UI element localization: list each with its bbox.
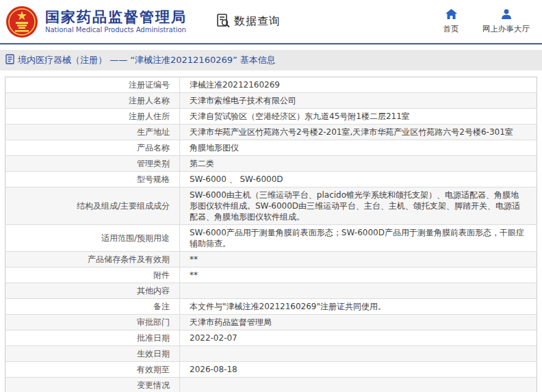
row-label: 生效日期 (137, 349, 170, 358)
row-label: 其他内容 (137, 286, 170, 296)
row-value: 天津市药品监督管理局 (190, 317, 272, 327)
table-row: 变更情况 (5, 378, 537, 392)
row-label-cell: 批准日期 (5, 330, 180, 346)
person-icon (501, 9, 512, 22)
row-value: ** (190, 270, 198, 280)
table-row: 附件** (5, 267, 537, 283)
row-value-cell: 津械注准20212160269 (180, 77, 537, 93)
row-label-cell: 备注 (5, 299, 180, 315)
row-value-cell: 2022-02-07 (180, 330, 537, 346)
row-label-cell: 有效期至 (5, 362, 180, 378)
page: 国家药品监督管理局 National Medical Products Admi… (0, 0, 542, 392)
row-value-cell (180, 346, 537, 362)
row-value-cell: 天津市索维电子技术有限公司 (180, 93, 537, 109)
row-value: 天津自贸试验区（空港经济区）东九道45号附1楼二层211室 (190, 112, 410, 121)
row-label-cell: 附件 (5, 267, 180, 283)
table-row: 审批部门天津市药品监督管理局 (5, 315, 537, 330)
table-row: 产品名称角膜地形图仪 (5, 140, 537, 156)
row-label: 结构及组成/主要组成成分 (77, 201, 170, 211)
row-value-cell: 本文件与"津械注准20212160269"注册证共同使用。 (180, 299, 537, 315)
nav-home[interactable]: 首页 (437, 9, 465, 34)
breadcrumb-text: 境内医疗器械（注册） —— “津械注准20212160269” 基本信息 (18, 54, 276, 66)
table-row: 注册证编号津械注准20212160269 (5, 77, 537, 93)
row-label-cell: 管理类别 (5, 156, 180, 172)
row-value-cell: SW-6000 、 SW-6000D (180, 172, 537, 187)
row-value: ** (190, 254, 198, 264)
row-value-cell: SW-6000产品用于测量角膜前表面形态；SW-6000D产品用于测量角膜前表面… (180, 225, 537, 252)
row-value: SW-6000由主机（三维运动平台、placido锥光学系统和颌托支架）、电源适… (190, 190, 520, 222)
registration-table: 注册证编号津械注准20212160269注册人名称天津市索维电子技术有限公司注册… (5, 77, 537, 392)
agency-subtitle: National Medical Products Administration (45, 25, 187, 35)
row-label: 变更情况 (137, 380, 170, 390)
row-value: SW-6000 、 SW-6000D (190, 174, 283, 184)
table-row: 生产地址天津市华苑产业区竹苑路六号2号楼2-201室,天津市华苑产业区竹苑路六号… (5, 125, 537, 140)
row-value-cell: 第二类 (180, 156, 537, 172)
row-value: SW-6000产品用于测量角膜前表面形态；SW-6000D产品用于测量角膜前表面… (190, 228, 524, 248)
row-value-cell: 天津市药品监督管理局 (180, 315, 537, 330)
table-row: 管理类别第二类 (5, 156, 537, 172)
row-label-cell: 注册人住所 (5, 109, 180, 125)
row-value-cell: SW-6000由主机（三维运动平台、placido锥光学系统和颌托支架）、电源适… (180, 187, 537, 225)
table-row: 注册人名称天津市索维电子技术有限公司 (5, 93, 537, 109)
table-row: 注册人住所天津自贸试验区（空港经济区）东九道45号附1楼二层211室 (5, 109, 537, 125)
row-label-cell: 结构及组成/主要组成成分 (5, 187, 180, 225)
agency-title-block: 国家药品监督管理局 National Medical Products Admi… (45, 9, 187, 35)
row-label: 审批部门 (137, 317, 170, 327)
data-query-section[interactable]: 数据查询 (216, 13, 281, 31)
data-query-label: 数据查询 (234, 14, 281, 29)
doc-search-icon (216, 13, 231, 31)
row-label: 注册人名称 (129, 96, 170, 105)
table-row: 结构及组成/主要组成成分SW-6000由主机（三维运动平台、placido锥光学… (5, 187, 537, 225)
agency-title: 国家药品监督管理局 (45, 9, 187, 25)
row-value: 角膜地形图仪 (190, 143, 239, 153)
row-label-cell: 型号规格 (5, 172, 180, 187)
row-label-cell: 产品名称 (5, 140, 180, 156)
table-row: 型号规格SW-6000 、 SW-6000D (5, 172, 537, 187)
row-value-cell: ** (180, 252, 537, 267)
row-value-cell: ** (180, 267, 537, 283)
row-label: 注册人住所 (129, 112, 170, 121)
row-label: 型号规格 (137, 174, 170, 184)
row-value: 津械注准20212160269 (190, 80, 280, 90)
row-value: 天津市华苑产业区竹苑路六号2号楼2-201室,天津市华苑产业区竹苑路六号2号楼6… (190, 127, 513, 137)
row-value-cell: 2026-08-18 (180, 362, 537, 378)
table-row: 备注本文件与"津械注准20212160269"注册证共同使用。 (5, 299, 537, 315)
header-nav: 首页 网上办事大厅 (437, 9, 542, 34)
row-label: 有效期至 (137, 365, 170, 374)
home-icon (446, 9, 457, 22)
row-label-cell: 产品储存条件及有效期 (5, 252, 180, 267)
table-row: 批准日期2022-02-07 (5, 330, 537, 346)
site-header: 国家药品监督管理局 National Medical Products Admi… (0, 0, 542, 44)
row-label-cell: 适用范围/预期用途 (5, 225, 180, 252)
row-label: 适用范围/预期用途 (101, 233, 170, 243)
row-label: 附件 (153, 270, 170, 280)
row-label: 备注 (153, 302, 170, 311)
table-row: 其他内容 (5, 283, 537, 299)
row-label: 批准日期 (137, 333, 170, 343)
breadcrumb: 境内医疗器械（注册） —— “津械注准20212160269” 基本信息 (0, 50, 542, 70)
row-value: 第二类 (190, 159, 214, 168)
table-row: 适用范围/预期用途SW-6000产品用于测量角膜前表面形态；SW-6000D产品… (5, 225, 537, 252)
row-label-cell: 其他内容 (5, 283, 180, 299)
table-row: 生效日期 (5, 346, 537, 362)
row-label: 管理类别 (137, 159, 170, 168)
row-label-cell: 变更情况 (5, 378, 180, 392)
row-value: 本文件与"津械注准20212160269"注册证共同使用。 (190, 302, 386, 311)
row-label-cell: 生产地址 (5, 125, 180, 140)
row-label-cell: 审批部门 (5, 315, 180, 330)
nav-online-service-hall[interactable]: 网上办事大厅 (482, 9, 530, 34)
row-value-cell (180, 378, 537, 392)
row-value-cell: 天津自贸试验区（空港经济区）东九道45号附1楼二层211室 (180, 109, 537, 125)
row-label: 生产地址 (137, 127, 170, 137)
row-value: 2022-02-07 (190, 333, 237, 343)
row-value: 2026-08-18 (190, 365, 237, 374)
row-label: 产品名称 (137, 143, 170, 153)
row-value: 天津市索维电子技术有限公司 (190, 96, 296, 105)
row-label: 产品储存条件及有效期 (88, 254, 170, 264)
table-row: 有效期至2026-08-18 (5, 362, 537, 378)
row-value-cell (180, 283, 537, 299)
table-row: 产品储存条件及有效期** (5, 252, 537, 267)
row-label-cell: 生效日期 (5, 346, 180, 362)
document-icon (5, 54, 14, 67)
nav-home-label: 首页 (443, 24, 459, 34)
